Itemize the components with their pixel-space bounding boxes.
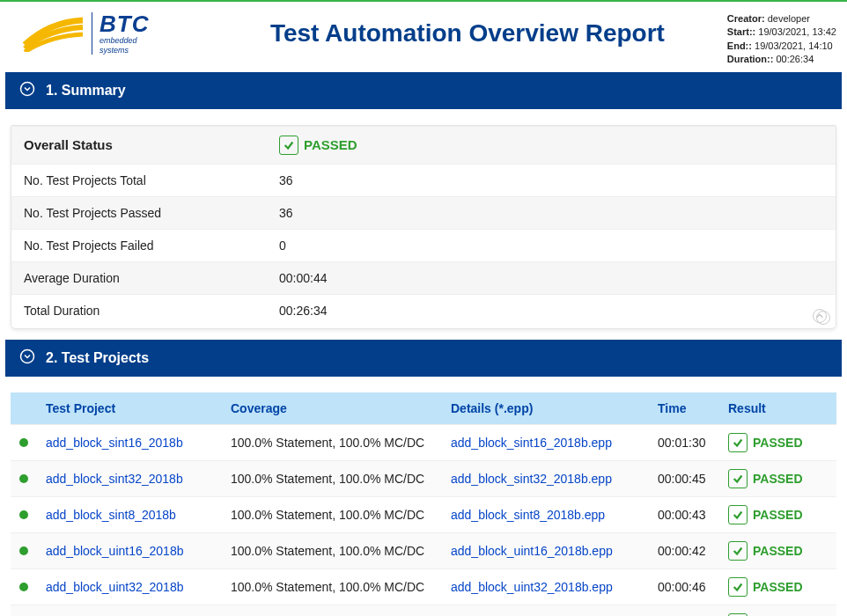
table-row: add_block_uint32_2018b100.0% Statement, … [11, 568, 836, 605]
logo-main-text: BTC [99, 12, 149, 35]
project-name-link[interactable]: add_block_uint16_2018b [46, 544, 183, 558]
summary-label: Overall Status [11, 126, 267, 164]
check-icon [728, 469, 748, 488]
coverage-cell: 100.0% Statement, 100.0% MC/DC [231, 544, 451, 558]
summary-panel: Overall StatusPASSEDNo. Test Projects To… [11, 125, 836, 329]
summary-value: 00:26:34 [267, 294, 836, 326]
table-row: add_block_sint32_2018b100.0% Statement, … [11, 460, 836, 496]
check-icon [728, 577, 748, 597]
details-link[interactable]: add_block_uint32_2018b.epp [451, 580, 613, 594]
report-meta: Creator: developer Start:: 19/03/2021, 1… [727, 9, 842, 67]
project-name-link[interactable]: add_block_sint32_2018b [46, 472, 183, 486]
logo-sub1: embedded [99, 37, 149, 45]
summary-row: Total Duration00:26:34 [11, 294, 836, 326]
summary-row: No. Test Projects Total36 [11, 164, 836, 196]
details-link[interactable]: add_block_sint32_2018b.epp [451, 472, 612, 486]
summary-value: 36 [267, 196, 836, 229]
col-header-details: Details (*.epp) [451, 401, 658, 415]
status-dot-icon [19, 546, 28, 555]
projects-table: Test Project Coverage Details (*.epp) Ti… [11, 392, 836, 616]
result-badge: PASSED [728, 469, 803, 488]
section-header-summary[interactable]: 1. Summary [5, 72, 842, 109]
summary-value: 36 [267, 164, 836, 196]
svg-point-0 [21, 82, 34, 95]
coverage-cell: 100.0% Statement, 100.0% MC/DC [231, 508, 451, 522]
result-badge: PASSED [728, 505, 803, 524]
check-icon [728, 613, 748, 616]
time-cell: 00:01:30 [658, 436, 728, 450]
check-icon [728, 505, 748, 524]
summary-row: Average Duration00:00:44 [11, 261, 836, 294]
summary-row: No. Test Projects Passed36 [11, 196, 836, 229]
project-name-link[interactable]: add_block_sint16_2018b [46, 436, 183, 450]
meta-end-value: 19/03/2021, 14:10 [755, 40, 833, 51]
coverage-cell: 100.0% Statement, 100.0% MC/DC [231, 580, 451, 594]
result-badge: PASSED [728, 433, 803, 452]
status-badge: PASSED [279, 136, 357, 155]
details-link[interactable]: add_block_uint16_2018b.epp [451, 544, 613, 558]
coverage-cell: 100.0% Statement, 100.0% MC/DC [231, 472, 451, 486]
projects-table-header: Test Project Coverage Details (*.epp) Ti… [11, 392, 836, 424]
check-icon [728, 541, 748, 561]
project-name-link[interactable]: add_block_uint32_2018b [46, 580, 183, 594]
table-row: add_block_uint8_2018b100.0% Statement, 1… [11, 605, 836, 616]
details-link[interactable]: add_block_sint16_2018b.epp [451, 436, 612, 450]
summary-label: Total Duration [11, 294, 267, 326]
meta-duration-value: 00:26:34 [776, 54, 814, 64]
meta-duration-label: Duration:: [727, 54, 774, 64]
col-header-coverage: Coverage [231, 401, 451, 415]
summary-table: Overall StatusPASSEDNo. Test Projects To… [11, 126, 836, 326]
summary-label: No. Test Projects Failed [11, 229, 267, 261]
top-bar: BTC embedded systems Test Automation Ove… [0, 0, 847, 70]
table-row: add_block_sint16_2018b100.0% Statement, … [11, 424, 836, 460]
result-badge: PASSED [728, 541, 803, 561]
summary-value: PASSED [267, 126, 836, 164]
status-dot-icon [19, 438, 28, 447]
status-dot-icon [19, 583, 28, 591]
meta-creator-label: Creator: [727, 13, 765, 24]
check-icon [728, 433, 748, 452]
scroll-up-icon[interactable] [813, 309, 827, 323]
chevron-down-icon [19, 348, 35, 368]
chevron-down-icon [19, 81, 35, 100]
summary-value: 00:00:44 [267, 261, 836, 294]
time-cell: 00:00:42 [658, 544, 728, 558]
status-dot-icon [19, 510, 28, 519]
meta-start-value: 19/03/2021, 13:42 [758, 26, 836, 37]
time-cell: 00:00:46 [658, 580, 728, 594]
table-row: add_block_uint16_2018b100.0% Statement, … [11, 532, 836, 568]
section-title: 2. Test Projects [46, 350, 149, 366]
summary-row: No. Test Projects Failed0 [11, 229, 836, 261]
col-header-time: Time [658, 401, 728, 415]
meta-start-label: Start:: [727, 26, 755, 37]
logo-swoosh-icon [23, 15, 85, 52]
check-icon [279, 136, 298, 155]
summary-label: No. Test Projects Total [11, 164, 267, 196]
svg-point-1 [21, 349, 34, 363]
coverage-cell: 100.0% Statement, 100.0% MC/DC [231, 436, 451, 450]
table-row: add_block_sint8_2018b100.0% Statement, 1… [11, 496, 836, 532]
col-header-result: Result [728, 401, 828, 415]
col-header-name: Test Project [46, 401, 231, 415]
logo-block: BTC embedded systems [5, 9, 208, 55]
page-title: Test Automation Overview Report [208, 9, 727, 48]
summary-row: Overall StatusPASSED [11, 126, 836, 164]
result-badge: PASSED [728, 613, 803, 616]
section-header-projects[interactable]: 2. Test Projects [5, 340, 842, 377]
logo-text: BTC embedded systems [92, 12, 149, 55]
summary-label: No. Test Projects Passed [11, 196, 267, 229]
summary-label: Average Duration [11, 261, 267, 294]
time-cell: 00:00:45 [658, 472, 728, 486]
details-link[interactable]: add_block_sint8_2018b.epp [451, 508, 605, 522]
status-dot-icon [19, 474, 28, 483]
section-title: 1. Summary [46, 83, 126, 99]
summary-value: 0 [267, 229, 836, 261]
time-cell: 00:00:43 [658, 508, 728, 522]
result-badge: PASSED [728, 577, 803, 597]
meta-creator-value: developer [768, 13, 810, 24]
logo-sub2: systems [99, 47, 149, 55]
project-name-link[interactable]: add_block_sint8_2018b [46, 508, 176, 522]
meta-end-label: End:: [727, 40, 752, 51]
